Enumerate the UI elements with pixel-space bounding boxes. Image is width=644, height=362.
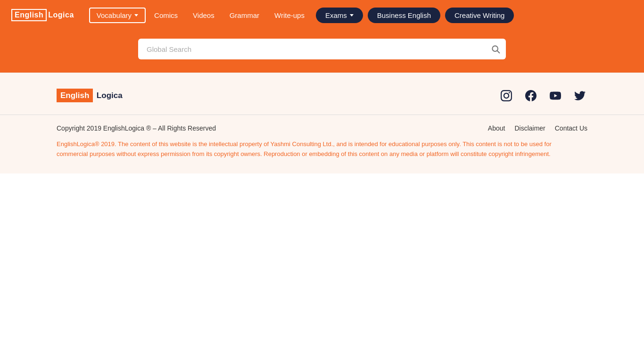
facebook-icon[interactable] xyxy=(523,88,538,103)
footer-disclaimer-link[interactable]: Disclaimer xyxy=(514,124,545,132)
footer-logo[interactable]: English Logica xyxy=(57,91,123,100)
logo-english-part: English xyxy=(11,9,47,21)
nav-links: Vocabulary Comics Videos Grammar Write-u… xyxy=(89,8,633,23)
nav-comics[interactable]: Comics xyxy=(148,8,184,22)
twitter-icon[interactable] xyxy=(572,88,587,103)
footer-logo-english-part: English xyxy=(57,89,93,102)
footer-copyright: Copyright 2019 EnglishLogica ® – All Rig… xyxy=(57,124,216,132)
nav-creative-writing[interactable]: Creative Writing xyxy=(445,8,514,23)
nav-videos[interactable]: Videos xyxy=(186,8,221,22)
youtube-icon[interactable] xyxy=(548,88,563,103)
nav-grammar[interactable]: Grammar xyxy=(223,8,266,22)
nav-business-english[interactable]: Business English xyxy=(368,8,440,23)
instagram-icon[interactable] xyxy=(499,88,514,103)
search-input[interactable] xyxy=(138,39,506,59)
footer-about-link[interactable]: About xyxy=(488,124,505,132)
navbar: English Logica Vocabulary Comics Videos … xyxy=(0,0,644,30)
nav-writeups[interactable]: Write-ups xyxy=(268,8,311,22)
footer-disclaimer-text: EnglishLogica® 2019. The content of this… xyxy=(57,140,575,159)
footer-links: About Disclaimer Contact Us xyxy=(488,124,587,132)
search-icon xyxy=(491,44,500,54)
search-section xyxy=(0,30,644,73)
social-icons xyxy=(499,88,587,103)
footer-top: English Logica xyxy=(0,88,644,115)
footer: English Logica xyxy=(0,73,644,173)
vocabulary-chevron-icon xyxy=(134,14,138,16)
nav-vocabulary[interactable]: Vocabulary xyxy=(89,8,146,23)
footer-bottom: Copyright 2019 EnglishLogica ® – All Rig… xyxy=(0,115,644,173)
footer-logo-logica-part: Logica xyxy=(97,91,123,100)
logo-logica-part: Logica xyxy=(48,11,74,19)
logo[interactable]: English Logica xyxy=(11,9,74,21)
footer-contact-link[interactable]: Contact Us xyxy=(555,124,587,132)
nav-exams[interactable]: Exams xyxy=(316,8,363,23)
footer-bottom-top: Copyright 2019 EnglishLogica ® – All Rig… xyxy=(57,124,587,132)
exams-chevron-icon xyxy=(350,14,354,16)
search-container xyxy=(138,39,506,59)
svg-line-1 xyxy=(497,51,500,53)
search-button[interactable] xyxy=(491,44,500,54)
